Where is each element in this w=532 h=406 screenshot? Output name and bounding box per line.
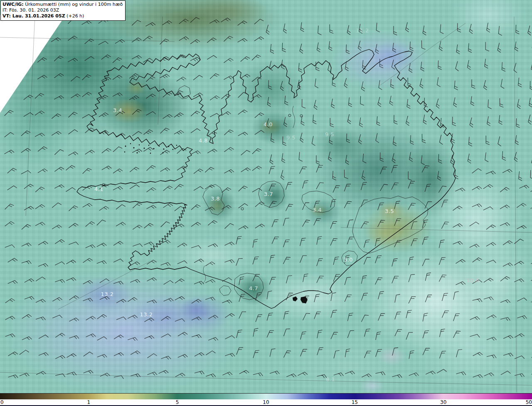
graticule-lines: [0, 16, 532, 392]
map-overlay: [0, 0, 532, 393]
colorbar-tick-label: 15: [352, 399, 358, 405]
colorbar-tick-label: 5: [176, 399, 179, 405]
colorbar-gradient: [0, 394, 532, 399]
title-line-valid-time: VT: Lau. 31.01.2026 05Z (+26 h): [2, 13, 123, 19]
glacier-contours: [178, 86, 428, 300]
colorbar-tick-label: 1: [87, 399, 91, 405]
weather-map-page: 3.44.04.89.59.54.13.83.73.43.53.04.713.2…: [0, 0, 532, 406]
model-subtitle: Úrkomumætti (mm) og vindur i 100m hæð: [24, 2, 123, 7]
colorbar-tick-label: 0: [0, 399, 4, 405]
precip-colorbar: 01510153050: [0, 393, 532, 406]
colorbar-tick-label: 30: [440, 399, 446, 405]
colorbar-tick-labels: 01510153050: [0, 399, 532, 405]
title-box: UWC/IG: Úrkomumætti (mm) og vindur i 100…: [0, 0, 126, 21]
lead-time: (+26 h): [65, 13, 84, 19]
colorbar-tick-label: 10: [263, 399, 269, 405]
valid-time: VT: Lau. 31.01.2026 05Z: [2, 13, 65, 19]
wind-barbs: [5, 17, 532, 379]
model-id: UWC/IG:: [2, 2, 24, 7]
title-line-model: UWC/IG: Úrkomumætti (mm) og vindur i 100…: [2, 2, 123, 7]
colorbar-tick-label: 50: [526, 399, 532, 405]
rivers: [203, 106, 295, 283]
iceland-coastline: [77, 49, 456, 308]
calm-circles: [102, 114, 303, 210]
title-line-init-time: IT: Fös. 30. 01. 2026 03Z: [2, 7, 123, 13]
